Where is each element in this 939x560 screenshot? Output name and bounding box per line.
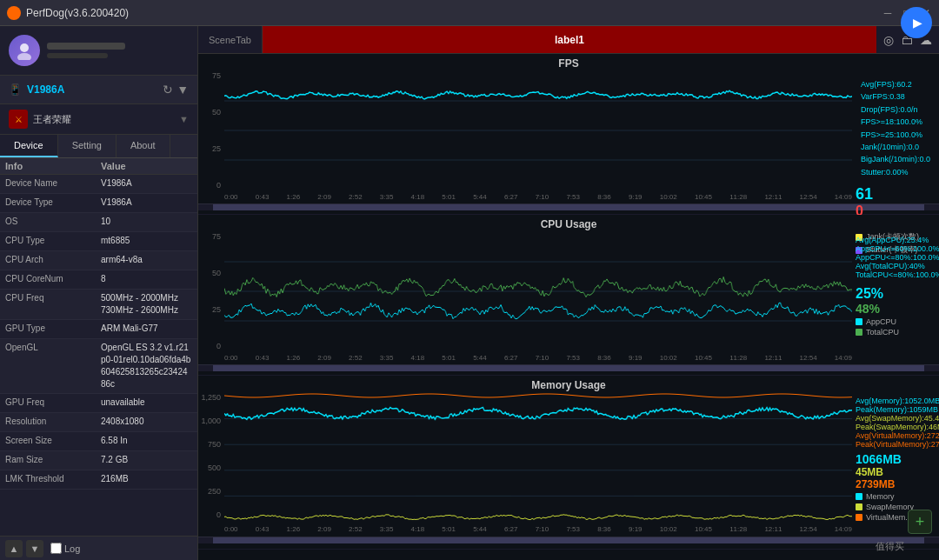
log-checkbox-label[interactable]: Log (50, 543, 80, 554)
memory-chart-section: Memory Usage 1,2501,0007505002500 0:000:… (198, 376, 939, 550)
info-label-0: Device Name (5, 177, 101, 188)
info-value-1: V1986A (101, 197, 192, 209)
device-tabs: Device Setting About (0, 135, 197, 158)
swap-value: 45MB (856, 466, 939, 478)
fps-canvas-wrap: 0:000:431:262:092:523:354:185:015:446:27… (224, 71, 852, 203)
memory-chart-area: 1,2501,0007505002500 0:000:431:262:092:5… (198, 393, 939, 537)
fps-y-axis: 7550250 (198, 71, 224, 203)
info-row-1: Device TypeV1986A (0, 194, 197, 213)
left-bottom-bar: ▲ ▼ Log (0, 536, 197, 560)
info-label-5: CPU CoreNum (5, 273, 101, 283)
memory-scrollbar[interactable] (198, 537, 939, 543)
left-panel: 📱 V1986A ↻ ▼ ⚔ 王者荣耀 ▼ Device Setting Abo… (0, 26, 198, 560)
info-row-9: GPU Frequnavailable (0, 394, 197, 413)
device-dropdown-icon[interactable]: ▼ (176, 83, 189, 97)
info-label-12: Ram Size (5, 454, 101, 464)
device-refresh-icon[interactable]: ↻ (163, 83, 173, 97)
info-value-5: 8 (101, 273, 192, 285)
info-value-2: 10 (101, 216, 192, 228)
info-value-13: 216MB (101, 473, 192, 485)
info-row-3: CPU Typemt6885 (0, 232, 197, 251)
info-row-8: OpenGLOpenGL ES 3.2 v1.r21p0-01rel0.10da… (0, 339, 197, 394)
memory-canvas-wrap: 0:000:431:262:092:523:354:185:015:446:27… (224, 393, 852, 537)
info-label-6: CPU Freq (5, 292, 101, 303)
fps-canvas (224, 71, 852, 190)
log-checkbox[interactable] (50, 543, 62, 554)
info-value-7: ARM Mali-G77 (101, 323, 192, 335)
nav-up-button[interactable]: ▲ (5, 540, 23, 557)
game-dropdown-icon[interactable]: ▼ (179, 114, 189, 124)
fps-x-axis: 0:000:431:262:092:523:354:185:015:446:27… (224, 190, 852, 203)
cpu-x-axis: 0:000:431:262:092:523:354:185:015:446:27… (224, 350, 852, 364)
cpu-legend-total: TotalCPU (856, 328, 939, 337)
svg-point-1 (17, 53, 31, 60)
info-row-0: Device NameV1986A (0, 175, 197, 194)
cpu-scrollbar[interactable] (198, 364, 939, 371)
info-row-2: OS10 (0, 213, 197, 232)
fps-chart-area: 7550250 0:000:431:262:092:523:354:185:01… (198, 71, 939, 203)
info-value-0: V1986A (101, 177, 192, 190)
memory-canvas (224, 393, 852, 522)
fps-chart-section: FPS 7550250 0:000:431:262:092:523:354:18… (198, 54, 939, 215)
memory-value: 1066MB (856, 452, 939, 466)
device-name-label: V1986A (27, 83, 163, 96)
info-table: Info Value Device NameV1986ADevice TypeV… (0, 158, 197, 536)
info-row-4: CPU Archarm64-v8a (0, 251, 197, 270)
scene-tab-label: SceneTab (198, 26, 263, 53)
info-value-6: 500MHz - 2000MHz 730MHz - 2600MHz (101, 292, 192, 317)
info-col-header: Info (5, 161, 101, 171)
value-col-header: Value (101, 161, 192, 171)
info-row-6: CPU Freq500MHz - 2000MHz 730MHz - 2600MH… (0, 290, 197, 320)
log-label: Log (64, 543, 80, 554)
info-row-5: CPU CoreNum8 (0, 270, 197, 290)
device-phone-icon: 📱 (9, 83, 22, 96)
nav-down-button[interactable]: ▼ (26, 540, 43, 557)
info-row-12: Ram Size7.2 GB (0, 451, 197, 470)
cpu-canvas-wrap: 0:000:431:262:092:523:354:185:015:446:27… (224, 232, 852, 364)
scene-bar: SceneTab label1 ◎ 🗀 ☁ (198, 26, 939, 54)
info-row-13: LMK Threshold216MB (0, 470, 197, 490)
info-label-3: CPU Type (5, 235, 101, 245)
cpu-total-value: 48% (856, 302, 939, 316)
cpu-canvas (224, 232, 852, 350)
info-label-2: OS (5, 216, 101, 226)
tab-setting[interactable]: Setting (58, 135, 117, 157)
info-value-4: arm64-v8a (101, 254, 192, 266)
info-label-1: Device Type (5, 197, 101, 207)
fps-right-panel: Avg(FPS):60.2 VarFPS:0.38 Drop(FPS):0.0/… (852, 71, 939, 203)
memory-x-axis: 0:000:431:262:092:523:354:185:015:446:27… (224, 522, 852, 536)
memory-y-axis: 1,2501,0007505002500 (198, 393, 224, 537)
info-value-9: unavailable (101, 397, 192, 409)
right-panel: SceneTab label1 ◎ 🗀 ☁ FPS 7550250 (198, 26, 939, 560)
info-row-7: GPU TypeARM Mali-G77 (0, 320, 197, 339)
location-icon[interactable]: ◎ (883, 33, 894, 47)
game-name-label: 王者荣耀 (33, 113, 179, 126)
fps-chart-title: FPS (198, 54, 939, 71)
cpu-stats: Avg(AppCPU):25.4% AppCPU<=60%:100.0% App… (856, 236, 939, 279)
main-layout: 📱 V1986A ↻ ▼ ⚔ 王者荣耀 ▼ Device Setting Abo… (0, 26, 939, 560)
virtual-value: 2739MB (856, 478, 939, 490)
info-label-7: GPU Type (5, 323, 101, 333)
user-row (0, 26, 197, 76)
memory-stats: Avg(Memory):1052.0MB Peak(Memory):1059MB… (856, 397, 939, 449)
title-bar: PerfDog(v3.6.200420) ─ □ ✕ (0, 0, 939, 26)
info-value-11: 6.58 In (101, 435, 192, 447)
tab-device[interactable]: Device (0, 135, 58, 157)
tab-about[interactable]: About (117, 135, 170, 157)
cpu-chart-title: CPU Usage (198, 215, 939, 232)
fps-current-value: 61 (856, 185, 939, 203)
add-chart-button[interactable]: + (908, 510, 932, 534)
device-controls: ↻ ▼ (163, 83, 189, 97)
scene-label1: label1 (263, 26, 876, 53)
game-row[interactable]: ⚔ 王者荣耀 ▼ (0, 104, 197, 135)
game-icon: ⚔ (9, 110, 28, 129)
memory-chart-title: Memory Usage (198, 376, 939, 393)
cpu-y-axis: 7550250 (198, 232, 224, 364)
fps-scrollbar[interactable] (198, 203, 939, 210)
info-value-8: OpenGL ES 3.2 v1.r21p0-01rel0.10da06fda4… (101, 342, 192, 390)
app-title: PerfDog(v3.6.200420) (26, 7, 882, 19)
cpu-app-value: 25% (856, 286, 939, 302)
minimize-button[interactable]: ─ (882, 7, 894, 19)
info-table-header: Info Value (0, 158, 197, 175)
info-value-3: mt6885 (101, 235, 192, 247)
